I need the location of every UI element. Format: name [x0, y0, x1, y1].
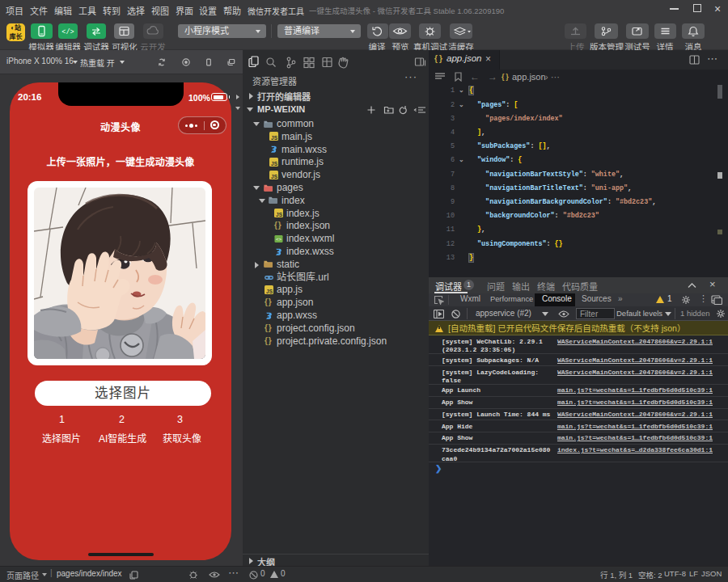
svg-text:</>: </>: [61, 28, 74, 36]
svg-text:<>: <>: [276, 237, 282, 242]
